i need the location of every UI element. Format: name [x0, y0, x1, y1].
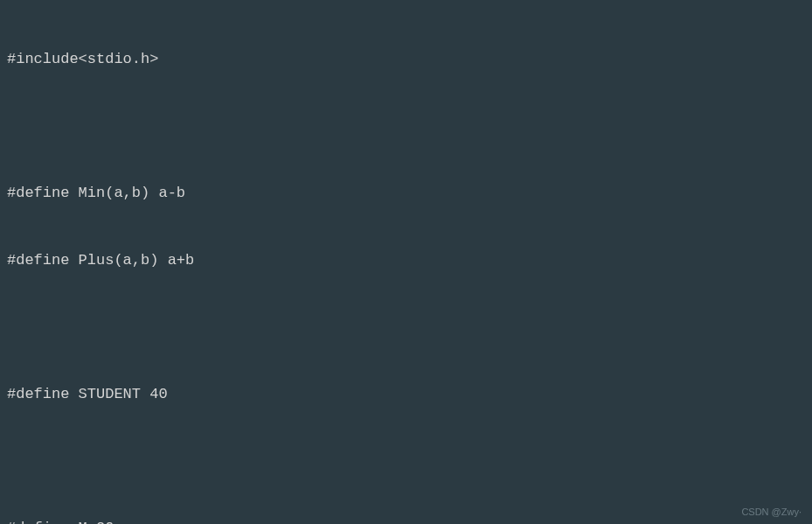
- watermark-text: CSDN @Zwy·: [741, 505, 802, 520]
- code-line: #define STUDENT 40: [7, 383, 805, 406]
- code-line: #include<stdio.h>: [7, 48, 805, 71]
- code-line: [7, 316, 805, 339]
- code-line: [7, 115, 805, 138]
- code-block: #include<stdio.h> #define Min(a,b) a-b #…: [7, 3, 805, 524]
- code-line: #define M 20: [7, 517, 805, 525]
- code-line: #define Min(a,b) a-b: [7, 182, 805, 205]
- code-line: #define Plus(a,b) a+b: [7, 249, 805, 272]
- code-line: [7, 450, 805, 472]
